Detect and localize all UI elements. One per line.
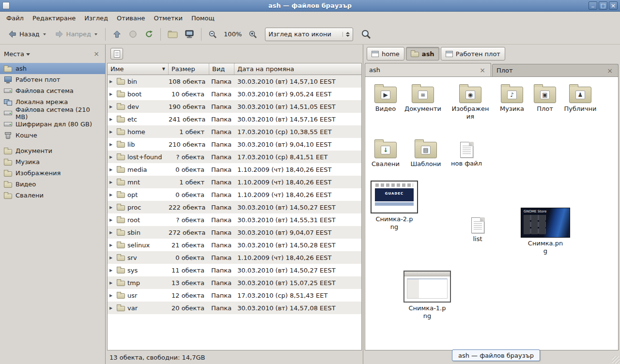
expander-icon[interactable] [109,180,114,184]
file-row[interactable]: etc 241 обекта Папка 30.03.2010 (вт) 14,… [108,113,361,125]
path-button[interactable]: Работен плот [441,47,505,61]
expander-icon[interactable] [109,130,114,134]
expander-icon[interactable] [109,243,114,247]
sidebar-place-item[interactable]: Файлова система (210 MB) [0,107,105,119]
zoom-out-button[interactable] [205,27,220,42]
expander-icon[interactable] [109,92,114,96]
file-icon-item[interactable]: ▣ Плот [526,84,564,113]
tab[interactable]: ash [365,63,491,76]
icon-pane: home ash Работен плот [363,45,620,364]
computer-button[interactable] [182,27,197,42]
file-row[interactable]: lost+found ? обекта Папка 17.03.2010 (ср… [108,151,361,163]
menu-item[interactable]: Отметки [149,12,186,24]
sidebar-place-item[interactable]: Кошче [0,130,105,141]
expander-icon[interactable] [109,142,114,147]
file-row[interactable]: root ? обекта Папка 30.03.2010 (вт) 14,5… [108,213,361,226]
expander-icon[interactable] [109,281,114,285]
sidebar-place-item[interactable]: ash [0,63,105,74]
file-row[interactable]: proc 222 обекта Папка 30.03.2010 (вт) 14… [108,201,361,213]
notes-pane-button[interactable] [110,48,123,60]
tab[interactable]: Плот [492,64,619,76]
file-row[interactable]: sys 11 обекта Папка 30.03.2010 (вт) 14,5… [108,264,361,276]
tab-close-icon[interactable] [605,67,614,75]
stop-button[interactable] [125,27,140,42]
file-row[interactable]: dev 190 обекта Папка 30.03.2010 (вт) 14,… [108,100,361,113]
file-icon-item[interactable]: ↓ Свалени [366,139,405,168]
zoom-in-button[interactable] [246,27,260,42]
column-header[interactable]: Дата на промяна [234,63,361,75]
expander-icon[interactable] [109,167,114,172]
menu-item[interactable]: Изглед [80,12,112,24]
sidebar-place-item[interactable]: Файлова система [0,85,105,96]
menu-item[interactable]: Файл [2,12,28,24]
sidebar-shortcut-item[interactable]: Видео [0,179,105,190]
sidebar-shortcut-item[interactable]: Свалени [0,190,105,201]
expander-icon[interactable] [109,193,114,197]
sidebar-shortcut-item[interactable]: Изображения [0,167,105,179]
forward-history-caret-icon[interactable] [94,33,97,35]
icon-view[interactable]: ▶ Видео ≡ Документи [365,76,619,350]
expander-icon[interactable] [109,230,114,235]
file-row[interactable]: media 0 обекта Папка 1.10.2009 (чт) 18,4… [108,163,361,176]
sidebar-close-icon[interactable] [92,50,101,58]
file-icon-item[interactable]: нов файл [447,139,486,167]
back-history-caret-icon[interactable] [43,33,46,35]
expander-icon[interactable] [109,105,114,109]
file-row[interactable]: boot 10 обекта Папка 30.03.2010 (вт) 9,0… [108,88,361,100]
expander-icon[interactable] [109,306,114,310]
file-icon-item[interactable]: Снимка-1.png [403,271,451,319]
file-icon-item[interactable]: ≡ Документи [403,84,442,113]
menu-item[interactable]: Редактиране [28,12,80,24]
file-icon-item[interactable]: GNOME Store Снимка.png [520,208,571,255]
back-button[interactable]: Назад [4,27,50,42]
path-button[interactable]: ash [406,47,439,61]
file-icon-item[interactable]: ▤ Шаблони [406,139,445,168]
up-button[interactable] [109,27,124,42]
file-row[interactable]: opt 0 обекта Папка 1.10.2009 (чт) 18,40,… [108,188,361,201]
file-row[interactable]: mnt 1 обект Папка 1.10.2009 (чт) 18,40,2… [108,176,361,188]
file-row[interactable]: sbin 272 обекта Папка 30.03.2010 (вт) 9,… [108,226,361,239]
sidebar-shortcut-item[interactable]: Документи [0,145,105,156]
sidebar-pane-dropdown-icon[interactable] [26,53,30,56]
sidebar-place-item[interactable]: Работен плот [0,74,105,85]
column-header[interactable]: Размер [169,63,209,75]
file-row[interactable]: selinux 21 обекта Папка 30.03.2010 (вт) … [108,239,361,251]
file-icon-item[interactable]: ♟ Публични [561,84,600,113]
expander-icon[interactable] [109,218,114,222]
expander-icon[interactable] [109,155,114,159]
file-row[interactable]: var 20 обекта Папка 30.03.2010 (вт) 14,5… [108,302,361,314]
search-button[interactable] [358,26,374,43]
file-row[interactable]: tmp 13 обекта Папка 30.03.2010 (вт) 15,0… [108,276,361,289]
file-row[interactable]: home 1 обект Папка 17.03.2010 (ср) 10,38… [108,125,361,138]
column-header[interactable]: Вид [209,63,234,75]
expander-icon[interactable] [109,79,114,84]
file-row[interactable]: lib 210 обекта Папка 30.03.2010 (вт) 9,0… [108,138,361,151]
view-mode-dropdown[interactable]: Изглед като икони [265,28,353,41]
file-row[interactable]: bin 108 обекта Папка 30.03.2010 (вт) 14,… [108,75,361,88]
sidebar-shortcut-item[interactable]: Музика [0,156,105,167]
column-header[interactable]: Име [108,63,169,75]
minimize-button[interactable] [589,1,597,10]
file-icon-item[interactable]: ▶ Видео [366,84,405,113]
tab-close-icon[interactable] [478,66,487,74]
sidebar-place-item[interactable]: Шифриран дял (80 GB) [0,119,105,130]
menu-item[interactable]: Помощ [187,12,219,24]
expander-icon[interactable] [109,205,114,210]
forward-button[interactable]: Напред [51,27,101,42]
window-resize-grip[interactable] [612,356,620,364]
expander-icon[interactable] [109,268,114,273]
expander-icon[interactable] [109,117,114,121]
file-row[interactable]: usr 12 обекта Папка 17.03.2010 (ср) 8,51… [108,289,361,302]
path-button[interactable]: home [367,47,404,61]
reload-button[interactable] [141,27,156,42]
maximize-button[interactable] [599,1,607,10]
menu-item[interactable]: Отиване [112,12,149,24]
file-icon-item[interactable]: ◉ Изображения [451,84,490,120]
file-icon-item[interactable]: GUADEC Снимка-2.png [370,181,418,230]
file-icon-item[interactable]: list [458,214,497,243]
close-button[interactable] [609,1,618,10]
expander-icon[interactable] [109,256,114,260]
file-row[interactable]: srv 0 обекта Папка 1.10.2009 (чт) 18,40,… [108,251,361,264]
home-button[interactable] [165,27,181,41]
expander-icon[interactable] [109,293,114,298]
